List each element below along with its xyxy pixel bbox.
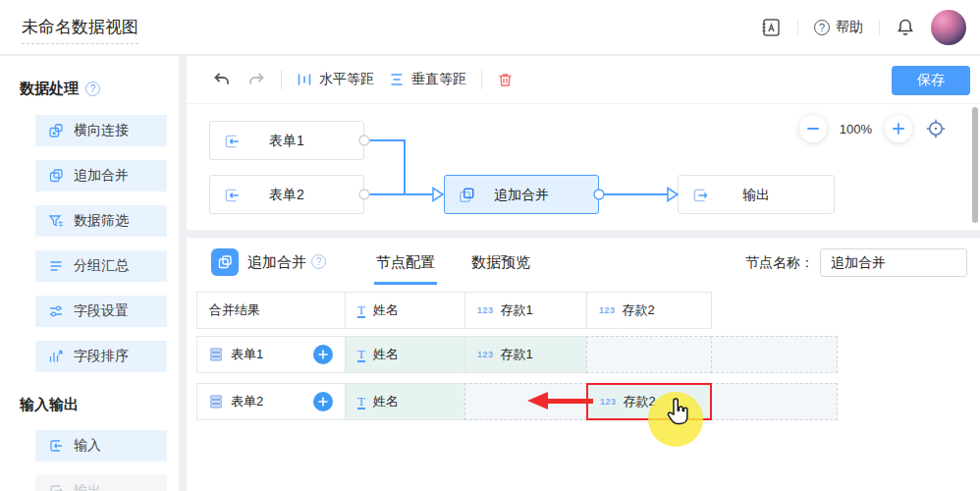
node-name-input[interactable] [820, 248, 967, 277]
text-type-icon: T [357, 348, 365, 362]
tab-data-preview[interactable]: 数据预览 [471, 238, 530, 287]
zoom-out-button[interactable] [799, 115, 827, 142]
sidebar-item-label: 分组汇总 [74, 257, 129, 275]
bell-icon[interactable] [896, 18, 915, 37]
mapped-cell-name[interactable]: T 姓名 [345, 383, 465, 420]
divider [879, 20, 880, 35]
sidebar-item-label: 输入 [74, 437, 101, 455]
divider [281, 70, 282, 89]
form-icon [209, 348, 223, 361]
sidebar-section-data-processing: 数据处理 ? [20, 80, 179, 98]
help-button[interactable]: ? 帮助 [814, 19, 863, 36]
table-row-form1: 表单1 T 姓名 123 存款1 [196, 336, 838, 373]
sidebar-item-group-summary[interactable]: 分组汇总 [35, 250, 167, 282]
horizontal-spacing-label: 水平等距 [319, 71, 374, 88]
vertical-spacing-icon [389, 72, 405, 87]
flow-node-form2[interactable]: 表单2 [209, 175, 364, 214]
empty-cell[interactable] [711, 383, 838, 420]
add-field-button[interactable] [313, 392, 333, 411]
sidebar-item-field-settings[interactable]: 字段设置 [35, 296, 167, 327]
header-name[interactable]: T 姓名 [345, 292, 465, 329]
save-button[interactable]: 保存 [892, 66, 970, 95]
canvas-scrollbar[interactable] [972, 107, 978, 223]
highlighted-cell-deposit2[interactable]: 123 存款2 [586, 383, 712, 420]
flow-node-output[interactable]: 输出 [678, 175, 835, 214]
panel-title: 追加合并 [247, 253, 306, 272]
canvas-toolbar: 水平等距 垂直等距 保存 [187, 56, 980, 104]
undo-button[interactable] [212, 71, 232, 88]
sidebar-item-label: 追加合并 [74, 167, 129, 185]
node-label: 表单2 [210, 176, 363, 213]
sidebar-item-label: 横向连接 [74, 122, 129, 139]
node-config-panel: 追加合并 ? 节点配置 数据预览 节点名称： 合并结果 T 姓名 123 存款1… [187, 238, 980, 491]
horizontal-spacing-button[interactable]: 水平等距 [297, 71, 374, 88]
input-icon [48, 438, 64, 454]
add-field-button[interactable] [313, 345, 333, 364]
user-avatar[interactable] [931, 10, 966, 45]
field-label: 姓名 [373, 346, 399, 363]
mapped-cell-name[interactable]: T 姓名 [345, 336, 465, 373]
header-deposit1[interactable]: 123 存款1 [464, 292, 587, 329]
help-label: 帮助 [836, 19, 863, 36]
number-type-icon: 123 [599, 305, 616, 315]
node-label: 输出 [679, 176, 834, 213]
filter-icon [48, 213, 64, 229]
redo-icon [246, 71, 266, 88]
node-name-label: 节点名称： [745, 254, 814, 272]
contact-icon[interactable] [760, 17, 782, 38]
sidebar: 数据处理 ? 横向连接 追加合并 数据筛选 分组汇总 字段设置 字 [0, 56, 179, 491]
document-title[interactable]: 未命名数据视图 [22, 16, 138, 44]
header-label: 存款1 [501, 301, 533, 319]
delete-button[interactable] [497, 72, 514, 88]
flow-node-form1[interactable]: 表单1 [209, 121, 364, 160]
undo-icon [212, 71, 232, 88]
source-label: 表单1 [231, 346, 263, 363]
question-circle-icon[interactable]: ? [85, 82, 100, 96]
horizontal-spacing-icon [297, 72, 312, 87]
append-merge-icon [48, 168, 64, 184]
form-icon [209, 395, 223, 409]
zoom-level: 100% [840, 122, 872, 136]
tab-node-config[interactable]: 节点配置 [376, 238, 435, 287]
field-sort-icon [48, 349, 64, 364]
sidebar-item-label: 输出 [74, 482, 101, 491]
text-type-icon: T [357, 395, 365, 409]
node-name-group: 节点名称： [745, 248, 967, 277]
header-deposit2[interactable]: 123 存款2 [586, 292, 712, 329]
zoom-in-button[interactable] [885, 115, 912, 142]
group-summary-icon [48, 258, 64, 274]
question-circle-icon: ? [814, 20, 830, 35]
sidebar-item-horizontal-join[interactable]: 横向连接 [35, 115, 167, 146]
empty-cell-drop-target[interactable] [464, 383, 587, 420]
text-type-icon: T [357, 303, 365, 318]
field-mapping-table: 合并结果 T 姓名 123 存款1 123 存款2 表单1 [196, 292, 838, 420]
divider [797, 20, 798, 35]
header-merge-result: 合并结果 [196, 292, 346, 329]
arrowhead-icon [433, 189, 443, 201]
append-merge-icon [211, 248, 239, 276]
number-type-icon: 123 [600, 397, 617, 407]
header-label: 合并结果 [209, 301, 260, 319]
field-settings-icon [48, 303, 64, 319]
vertical-spacing-button[interactable]: 垂直等距 [389, 71, 466, 88]
sidebar-item-input[interactable]: 输入 [35, 430, 167, 462]
sidebar-item-append-merge[interactable]: 追加合并 [35, 160, 167, 191]
plus-icon [318, 397, 328, 407]
question-circle-icon[interactable]: ? [311, 254, 326, 269]
locate-center-button[interactable] [925, 118, 947, 139]
plus-icon [318, 350, 328, 359]
mapped-cell-deposit1[interactable]: 123 存款1 [464, 336, 587, 373]
sidebar-section-input-output: 输入输出 [20, 396, 179, 414]
topbar: 未命名数据视图 ? 帮助 [0, 0, 980, 55]
divider [481, 70, 482, 89]
horizontal-join-icon [48, 123, 64, 138]
flow-canvas[interactable]: 水平等距 垂直等距 保存 表单1 表单2 [187, 56, 980, 230]
section-title: 数据处理 [20, 80, 79, 98]
sidebar-item-field-sort[interactable]: 字段排序 [35, 341, 167, 372]
field-label: 存款2 [624, 393, 656, 410]
sidebar-item-data-filter[interactable]: 数据筛选 [35, 205, 167, 237]
empty-cell[interactable] [711, 336, 838, 373]
redo-button[interactable] [246, 71, 266, 88]
flow-node-append-merge[interactable]: 追加合并 [444, 175, 599, 214]
empty-cell[interactable] [586, 336, 712, 373]
